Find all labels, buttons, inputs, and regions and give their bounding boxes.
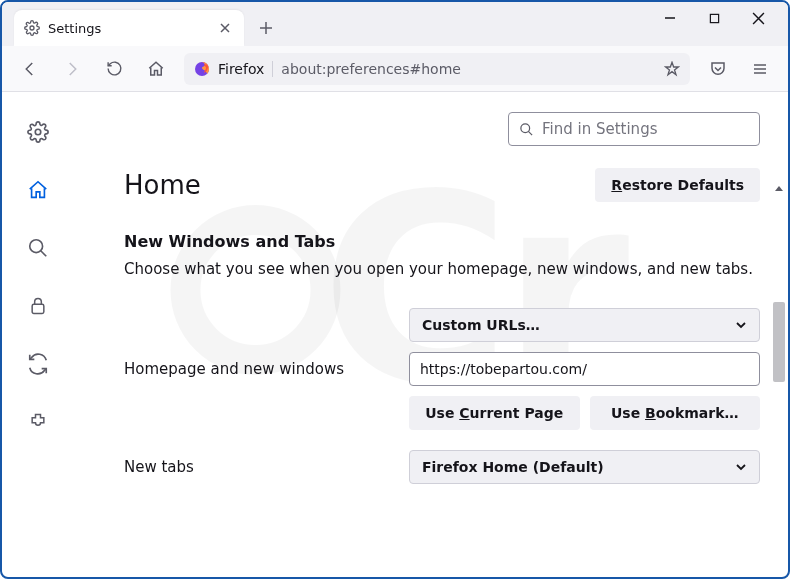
homepage-mode-select[interactable]: Custom URLs… — [409, 308, 760, 342]
pocket-button[interactable] — [704, 55, 732, 83]
use-bookmark-button[interactable]: Use Bookmark… — [590, 396, 761, 430]
newtabs-value: Firefox Home (Default) — [422, 459, 604, 475]
svg-point-6 — [521, 123, 530, 132]
url-text: about:preferences#home — [281, 61, 656, 77]
chevron-down-icon — [735, 461, 747, 473]
nav-toolbar: Firefox about:preferences#home — [2, 46, 788, 92]
forward-button — [58, 55, 86, 83]
scroll-up-arrow[interactable] — [772, 182, 786, 196]
home-button[interactable] — [142, 55, 170, 83]
firefox-icon — [194, 61, 210, 77]
newtabs-label: New tabs — [124, 458, 409, 476]
search-icon — [519, 122, 534, 137]
tab-title: Settings — [48, 21, 216, 36]
sidebar-extensions-icon[interactable] — [20, 404, 56, 440]
tab-close-button[interactable] — [216, 19, 234, 37]
homepage-url-input[interactable] — [409, 352, 760, 386]
gear-icon — [24, 20, 40, 36]
svg-point-4 — [30, 240, 43, 253]
homepage-mode-value: Custom URLs… — [422, 317, 540, 333]
vertical-scrollbar[interactable] — [772, 182, 786, 577]
restore-defaults-button[interactable]: Restore Defaults — [595, 168, 760, 202]
window-minimize-button[interactable] — [648, 2, 692, 34]
sidebar-search-icon[interactable] — [20, 230, 56, 266]
bookmark-star-button[interactable] — [664, 61, 680, 77]
sidebar-sync-icon[interactable] — [20, 346, 56, 382]
use-current-page-button[interactable]: Use Current Page — [409, 396, 580, 430]
find-in-settings[interactable] — [508, 112, 760, 146]
homepage-label: Homepage and new windows — [124, 360, 409, 378]
scrollbar-thumb[interactable] — [773, 302, 785, 382]
chevron-down-icon — [735, 319, 747, 331]
svg-point-0 — [30, 26, 34, 30]
app-menu-button[interactable] — [746, 55, 774, 83]
section-heading: New Windows and Tabs — [124, 232, 760, 251]
settings-sidebar — [2, 92, 74, 577]
sidebar-general-icon[interactable] — [20, 114, 56, 150]
title-bar: Settings — [2, 2, 788, 46]
sidebar-privacy-icon[interactable] — [20, 288, 56, 324]
find-in-settings-input[interactable] — [542, 120, 749, 138]
svg-point-3 — [35, 129, 41, 135]
url-identity-label: Firefox — [218, 61, 273, 77]
back-button[interactable] — [16, 55, 44, 83]
svg-rect-5 — [32, 304, 44, 313]
settings-main: Home Restore Defaults New Windows and Ta… — [74, 92, 788, 577]
page-title: Home — [124, 170, 201, 200]
window-maximize-button[interactable] — [692, 2, 736, 34]
new-tab-button[interactable] — [250, 12, 282, 44]
reload-button[interactable] — [100, 55, 128, 83]
svg-rect-1 — [710, 14, 718, 22]
newtabs-select[interactable]: Firefox Home (Default) — [409, 450, 760, 484]
url-bar[interactable]: Firefox about:preferences#home — [184, 53, 690, 85]
browser-tab[interactable]: Settings — [14, 10, 244, 46]
window-close-button[interactable] — [736, 2, 780, 34]
sidebar-home-icon[interactable] — [20, 172, 56, 208]
section-description: Choose what you see when you open your h… — [124, 259, 760, 280]
